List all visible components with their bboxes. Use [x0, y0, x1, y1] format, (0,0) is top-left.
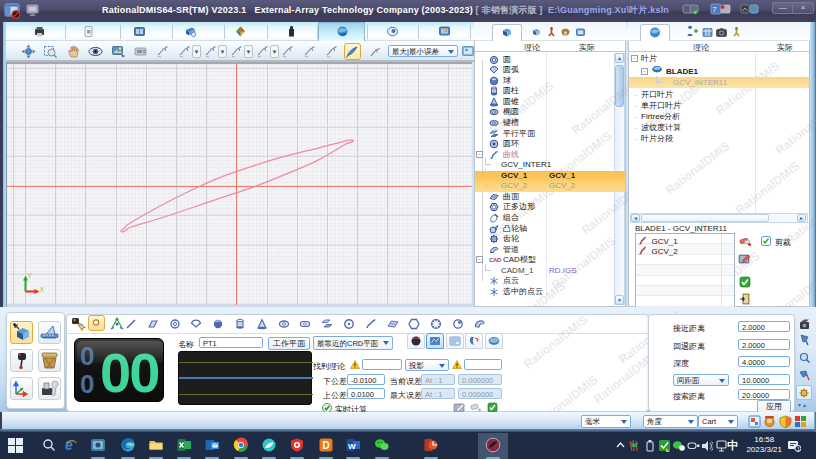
svg-text:D: D: [322, 440, 329, 451]
svg-text:W: W: [348, 442, 356, 451]
svg-text:Y: Y: [28, 272, 33, 279]
svg-text:X: X: [40, 286, 45, 293]
svg-text:7: 7: [713, 6, 717, 13]
svg-text:e: e: [65, 437, 73, 453]
svg-text:1: 1: [797, 446, 800, 452]
